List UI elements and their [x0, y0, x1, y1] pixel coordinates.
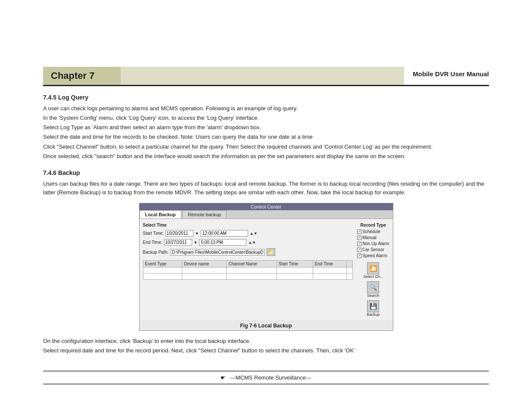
log-query-p3: Select Log Type as 'Alarm and then selec… — [43, 123, 489, 132]
checkbox-speed-alarm: Speed Alarm — [357, 253, 389, 258]
checkbox-manual-box[interactable] — [357, 236, 361, 240]
checkbox-group: Schedule Manual Non Up Alarm Car Se — [357, 229, 389, 258]
col-end-time: End Time — [313, 261, 347, 268]
chapter-label: Chapter 7 — [51, 70, 94, 81]
chapter-bar — [121, 67, 404, 85]
checkbox-schedule-box[interactable] — [357, 230, 361, 234]
table-row — [143, 274, 353, 280]
tab-remote-backup[interactable]: Remote backup — [182, 210, 227, 218]
backup-title: 7.4.6 Backup — [43, 169, 489, 176]
checkbox-speed-alarm-box[interactable] — [357, 254, 361, 258]
footer-bar: ☛ ---MCMS Remote Surveillance--- — [43, 371, 489, 385]
log-query-p2: In the 'System Config' menu, click 'Log … — [43, 114, 489, 122]
screenshot-tabs: Local Backup Remote backup — [140, 210, 393, 219]
backup-icon: 💾 — [367, 300, 379, 312]
footer-arrow: ☛ — [221, 374, 226, 381]
log-query-p4: Select the date and time for the records… — [43, 133, 489, 141]
backup-path-row: Backup Path: 📁 — [143, 248, 353, 256]
start-time-input[interactable] — [201, 230, 248, 237]
end-time-row: End Time: ▼ ▲▼ — [143, 239, 353, 246]
checkbox-car-sensor: Car Sensor — [357, 247, 389, 252]
end-time-input[interactable] — [199, 239, 246, 246]
log-query-p1: A user can check logs pertaining to alar… — [43, 104, 489, 113]
footer-text: ---MCMS Remote Surveillance--- — [230, 374, 311, 381]
select-channel-icon: 🎦 — [367, 262, 379, 274]
after-p1: On the configuration interface, click 'B… — [43, 337, 489, 346]
checkbox-schedule: Schedule — [357, 229, 389, 234]
folder-icon[interactable]: 📁 — [267, 248, 275, 256]
backup-p1: Users can backup files for a date range.… — [43, 180, 489, 197]
start-date-input[interactable] — [165, 230, 193, 237]
col-start-time: Start Time — [277, 261, 313, 268]
content-area: 7.4.5 Log Query A user can check logs pe… — [43, 86, 489, 364]
checkbox-manual: Manual — [357, 235, 389, 240]
chapter-header: Chapter 7 Mobile DVR User Manual — [43, 67, 489, 86]
ss-left-panel: Select Time Start Time: ▼ ▲▼ End Time: ▼ — [143, 222, 353, 317]
checkbox-non-up-alarm: Non Up Alarm — [357, 241, 389, 246]
select-time-label: Select Time — [143, 222, 353, 227]
search-btn[interactable]: 🔍 Search — [367, 281, 380, 298]
col-channel-name: Channel Name — [227, 261, 277, 268]
manual-title: Mobile DVR User Manual — [404, 67, 489, 85]
backup-btn[interactable]: 💾 Backup — [367, 300, 380, 317]
start-time-row: Start Time: ▼ ▲▼ — [143, 230, 353, 237]
backup-path-label: Backup Path: — [143, 250, 168, 255]
backup-table: Event Type Device name Channel Name Star… — [143, 260, 353, 280]
search-icon: 🔍 — [367, 281, 379, 293]
checkbox-car-sensor-box[interactable] — [357, 248, 361, 252]
record-type-label: Record Type — [360, 222, 386, 227]
col-event-type: Event Type — [143, 261, 182, 268]
start-time-label: Start Time: — [143, 231, 164, 236]
ss-right-panel: Record Type Schedule Manual — [357, 222, 389, 317]
screenshot-body: Select Time Start Time: ▼ ▲▼ End Time: ▼ — [140, 219, 393, 320]
log-query-p5: Click "Select Channel" button, to select… — [43, 143, 489, 151]
tab-local-backup[interactable]: Local Backup — [140, 210, 182, 218]
backup-path-input[interactable] — [170, 249, 265, 255]
checkbox-non-up-alarm-box[interactable] — [357, 242, 361, 246]
page-container: Chapter 7 Mobile DVR User Manual 7.4.5 L… — [0, 67, 532, 411]
col-extra — [347, 261, 353, 268]
screenshot-box: Control Center Local Backup Remote backu… — [139, 203, 393, 331]
col-device-name: Device name — [182, 261, 227, 268]
select-channel-btn[interactable]: 🎦 Select Ch... — [363, 262, 383, 279]
fig-caption: Fig 7-6 Local Backup — [140, 320, 393, 330]
log-query-title: 7.4.5 Log Query — [43, 94, 489, 101]
log-query-p6: Once selected, click "search" button and… — [43, 152, 489, 161]
table-row — [143, 268, 353, 274]
end-time-label: End Time: — [143, 240, 162, 245]
screenshot-titlebar: Control Center — [140, 203, 393, 210]
end-date-input[interactable] — [164, 239, 192, 246]
after-p2: Select required date and time for the re… — [43, 346, 489, 355]
chapter-label-box: Chapter 7 — [43, 67, 121, 85]
